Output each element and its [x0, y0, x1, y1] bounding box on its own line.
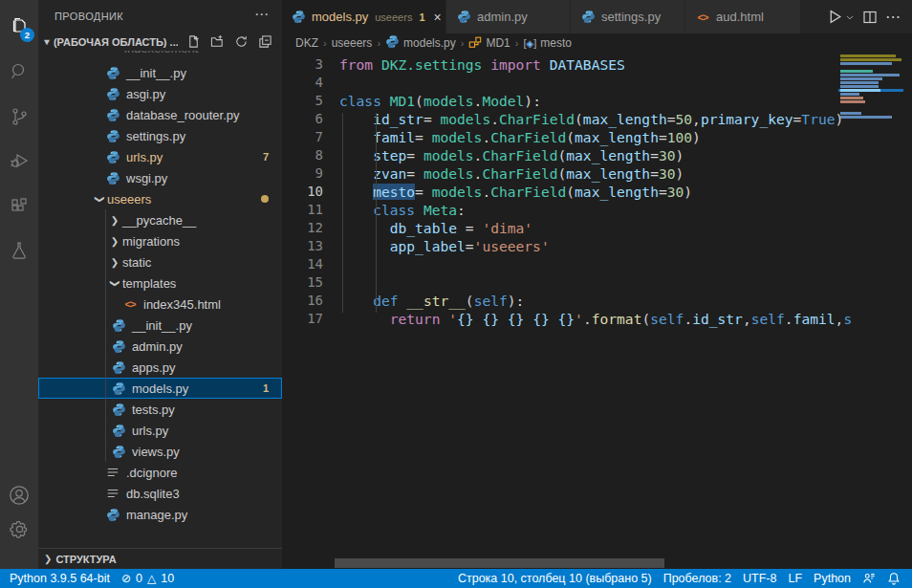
- sidebar-more-actions[interactable]: ⋯: [254, 6, 269, 23]
- line-number: 17: [282, 310, 323, 328]
- problems-badge: 7: [263, 151, 269, 163]
- code-editor[interactable]: 3from DKZ.settings import DATABASES45cla…: [282, 53, 912, 569]
- problems-badge: 1: [263, 382, 269, 394]
- minimap-line: [838, 112, 903, 115]
- code-text: app_label='useeers': [339, 237, 867, 255]
- breadcrumb-label: DKZ: [295, 36, 318, 50]
- tree-item-clipped: indexelement: [38, 51, 282, 62]
- tab-label: admin.py: [477, 10, 528, 24]
- tree-item--pycache-[interactable]: ❯__pycache__: [38, 209, 282, 230]
- code-line-5[interactable]: 5class MD1(models.Model):: [282, 92, 912, 110]
- refresh-icon[interactable]: [234, 34, 249, 49]
- tree-item-views-py[interactable]: views.py: [38, 441, 282, 462]
- indentation-status[interactable]: Пробелов: 2: [658, 569, 737, 588]
- tree-item-label: __init__.py: [126, 66, 186, 80]
- collapse-all-icon[interactable]: [258, 34, 272, 49]
- symbol-field-icon: [◈]: [523, 37, 536, 49]
- tree-indent-guide: [105, 209, 106, 462]
- feedback-icon[interactable]: [857, 569, 881, 588]
- workspace-section-header[interactable]: ▼ (РАБОЧАЯ ОБЛАСТЬ) ...: [38, 33, 282, 51]
- line-number: 4: [282, 74, 323, 92]
- tree-item-index345-html[interactable]: <>index345.html: [38, 294, 282, 315]
- testing-icon[interactable]: [0, 231, 38, 270]
- line-number: 15: [282, 273, 323, 292]
- python-file-icon: [292, 10, 306, 25]
- tree-item-asgi-py[interactable]: asgi.py: [38, 83, 282, 104]
- tab-models-py[interactable]: models.pyuseeers1×: [282, 0, 446, 33]
- minimap-line: [838, 104, 903, 107]
- tree-item-label: admin.py: [132, 339, 183, 354]
- tree-item-apps-py[interactable]: apps.py: [38, 357, 282, 378]
- tab-settings-py[interactable]: settings.py: [571, 0, 685, 33]
- settings-gear-icon[interactable]: [0, 510, 38, 548]
- breadcrumb-item-mesto[interactable]: [◈]mesto: [523, 36, 572, 50]
- search-icon[interactable]: [0, 53, 38, 91]
- tree-item--init-py[interactable]: __init__.py: [38, 315, 282, 336]
- tree-item-settings-py[interactable]: settings.py: [38, 125, 282, 146]
- account-icon[interactable]: [0, 476, 38, 514]
- new-folder-icon[interactable]: [210, 34, 225, 49]
- tree-item-urls-py[interactable]: urls.py: [38, 420, 282, 441]
- tree-item-manage-py[interactable]: manage.py: [38, 504, 282, 525]
- run-debug-icon[interactable]: [0, 142, 38, 180]
- python-file-icon: [105, 107, 120, 122]
- notifications-bell-icon[interactable]: [881, 569, 906, 588]
- tree-item-database-roouter-py[interactable]: database_roouter.py: [38, 104, 282, 125]
- breadcrumb-item-dkz[interactable]: DKZ: [295, 36, 318, 50]
- tree-item-models-py[interactable]: models.py1: [38, 378, 282, 399]
- tab-admin-py[interactable]: admin.py: [446, 0, 571, 33]
- tree-item-label: migrations: [122, 234, 180, 249]
- code-text: zvan= models.CharField(max_length=30): [339, 164, 867, 183]
- tree-item--dcignore[interactable]: .dcignore: [38, 462, 282, 483]
- tree-item-label: models.py: [132, 381, 188, 396]
- line-number: 11: [282, 201, 323, 219]
- encoding-status[interactable]: UTF-8: [737, 569, 782, 588]
- close-icon[interactable]: ×: [434, 11, 442, 24]
- tree-item-wsgi-py[interactable]: wsgi.py: [38, 167, 282, 188]
- minimap-line: [838, 93, 903, 96]
- explorer-icon[interactable]: 2: [0, 8, 38, 46]
- code-text: class Meta:: [339, 201, 867, 219]
- eol-status[interactable]: LF: [782, 569, 808, 588]
- split-editor-icon[interactable]: [862, 10, 878, 25]
- code-line-4[interactable]: 4: [282, 74, 912, 92]
- minimap-line: [838, 100, 903, 103]
- tree-item-admin-py[interactable]: admin.py: [38, 336, 282, 357]
- cursor-position-status[interactable]: Строка 10, столбец 10 (выбрано 5): [452, 569, 658, 588]
- chevron-right-icon: ❯: [107, 215, 122, 226]
- tree-item-static[interactable]: ❯static: [38, 251, 282, 272]
- minimap-line: [838, 62, 903, 65]
- minimap-line: [838, 108, 903, 111]
- horizontal-scrollbar[interactable]: [335, 558, 664, 568]
- tree-item-templates[interactable]: ❯templates: [38, 272, 282, 294]
- chevron-right-icon: ❯: [44, 554, 52, 564]
- breadcrumb-item-useeers[interactable]: useeers: [332, 36, 373, 50]
- more-actions-icon[interactable]: ⋯: [885, 8, 901, 26]
- tree-item-label: views.py: [132, 445, 180, 459]
- python-file-icon: [385, 34, 400, 52]
- tree-item-tests-py[interactable]: tests.py: [38, 399, 282, 420]
- minimap-line: [838, 54, 903, 57]
- source-control-icon[interactable]: [0, 98, 38, 136]
- code-text: from DKZ.settings import DATABASES: [339, 55, 867, 74]
- python-interpreter-status[interactable]: Python 3.9.5 64-bit: [4, 569, 116, 588]
- tab-aud-html[interactable]: <>aud.html: [685, 0, 801, 33]
- tree-item-migrations[interactable]: ❯migrations: [38, 230, 282, 251]
- new-file-icon[interactable]: [186, 34, 201, 49]
- warnings-icon: △: [147, 572, 156, 585]
- language-mode-status[interactable]: Python: [808, 569, 857, 588]
- tree-item-useeers[interactable]: ❯useeers: [38, 188, 282, 209]
- code-line-3[interactable]: 3from DKZ.settings import DATABASES: [282, 55, 912, 74]
- minimap[interactable]: [838, 54, 903, 179]
- breadcrumb-item-models-py[interactable]: models.py: [385, 34, 456, 52]
- run-python-file-button[interactable]: [827, 9, 855, 25]
- tree-item-db-sqlite3[interactable]: db.sqlite3: [38, 483, 282, 504]
- breadcrumb-item-md1[interactable]: MD1: [468, 35, 510, 52]
- extensions-icon[interactable]: [0, 187, 38, 226]
- tree-item-label: apps.py: [132, 360, 176, 375]
- outline-section-header[interactable]: ❯ СТРУКТУРА: [38, 548, 282, 569]
- tree-item-urls-py[interactable]: urls.py7: [38, 146, 282, 167]
- tree-item--init-py[interactable]: __init__.py: [38, 62, 282, 83]
- minimap-line: [838, 89, 903, 92]
- problems-status[interactable]: ⊘ 0 △ 10: [116, 569, 180, 588]
